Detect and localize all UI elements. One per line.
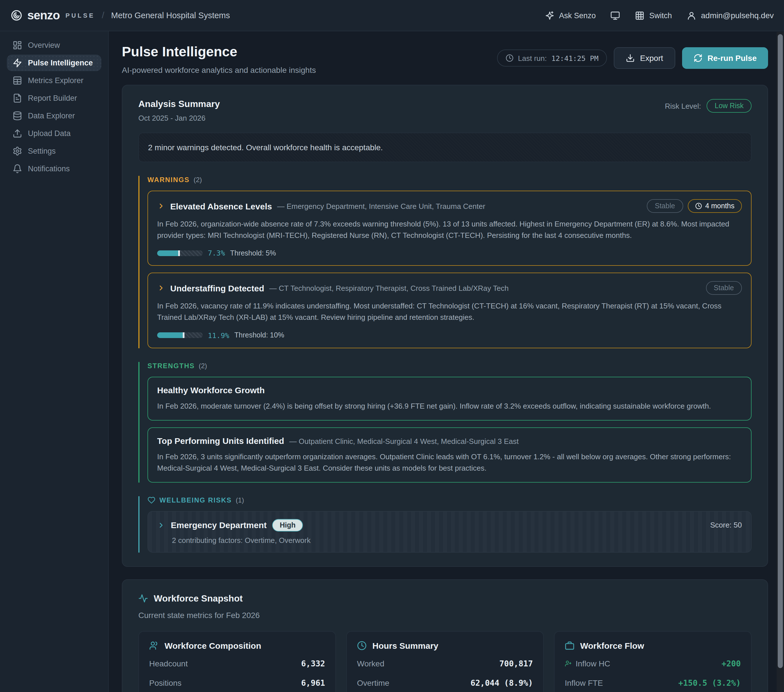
warnings-label: WARNINGS (147, 176, 189, 184)
warning-title: Understaffing Detected (170, 283, 264, 293)
sidebar: Overview Pulse Intelligence Metrics Expl… (0, 31, 109, 692)
wellbeing-count: (1) (236, 496, 244, 504)
senzo-logo-icon (10, 9, 23, 21)
analysis-summary-text: 2 minor warnings detected. Overall workf… (138, 133, 751, 162)
brand-name: senzo (27, 8, 60, 22)
chevron-right-icon (157, 521, 165, 529)
sidebar-item-metrics-explorer[interactable]: Metrics Explorer (7, 72, 101, 89)
refresh-icon (693, 54, 702, 62)
threshold-label: Threshold: 10% (234, 331, 284, 339)
ask-senzo-button[interactable]: Ask Senzo (545, 10, 596, 20)
metric-card-title: Workforce Flow (580, 641, 644, 651)
sidebar-item-upload-data[interactable]: Upload Data (7, 125, 101, 142)
brand[interactable]: senzo PULSE (10, 8, 95, 22)
severity-badge: High (272, 519, 303, 531)
scrollbar-thumb[interactable] (778, 34, 783, 668)
last-run-time: 12:41:25 PM (552, 54, 599, 62)
hours-summary-card: Hours Summary Worked700,817 Overtime62,0… (346, 631, 544, 692)
strength-card[interactable]: Top Performing Units Identified — Outpat… (147, 427, 751, 483)
sidebar-item-label: Metrics Explorer (28, 76, 83, 85)
metric-card-title: Workforce Composition (165, 641, 261, 651)
snapshot-title: Workforce Snapshot (154, 593, 242, 604)
warning-card[interactable]: Elevated Absence Levels — Emergency Depa… (147, 191, 751, 266)
user-email: admin@pulsehq.dev (701, 11, 774, 20)
wellbeing-factors: 2 contributing factors: Overtime, Overwo… (172, 536, 742, 545)
threshold-bar (157, 250, 203, 256)
switch-label: Switch (649, 11, 672, 20)
metric-row: Inflow FTE+150.5 (3.2%) (565, 673, 741, 692)
sidebar-item-label: Settings (28, 147, 56, 155)
clock-icon (695, 202, 702, 209)
switch-app-button[interactable]: Switch (635, 10, 672, 20)
strength-title: Healthy Workforce Growth (157, 385, 265, 394)
gear-icon (13, 146, 22, 156)
rerun-pulse-button[interactable]: Re-run Pulse (682, 47, 768, 69)
warning-scope: — CT Technologist, Respiratory Therapist… (269, 284, 509, 293)
sidebar-item-label: Upload Data (28, 129, 71, 138)
sidebar-item-pulse-intelligence[interactable]: Pulse Intelligence (7, 54, 101, 71)
user-menu[interactable]: admin@pulsehq.dev (687, 10, 774, 20)
wellbeing-card[interactable]: Emergency Department High Score: 50 2 co… (147, 511, 751, 552)
analysis-title: Analysis Summary (138, 99, 220, 109)
breadcrumb-separator: / (102, 10, 104, 20)
top-bar: senzo PULSE / Metro General Hospital Sys… (0, 0, 784, 31)
warning-description: In Feb 2026, organization-wide absence r… (157, 219, 742, 242)
workforce-flow-card: Workforce Flow Inflow HC+200 Inflow FTE+… (554, 631, 751, 692)
wellbeing-unit: Emergency Department (171, 520, 267, 530)
analysis-summary-panel: Analysis Summary Oct 2025 - Jan 2026 Ris… (122, 85, 768, 567)
warning-title: Elevated Absence Levels (170, 201, 272, 211)
document-icon (13, 93, 22, 103)
clock-icon (506, 54, 514, 62)
sidebar-item-overview[interactable]: Overview (7, 37, 101, 54)
metric-row: Worked700,817 (357, 654, 533, 673)
wellbeing-score: Score: 50 (710, 521, 742, 529)
workforce-snapshot-panel: Workforce Snapshot Current state metrics… (122, 579, 768, 692)
risk-level-badge: Low Risk (707, 99, 751, 113)
trend-badge: Stable (647, 199, 683, 213)
metric-value: 11.9% (208, 331, 229, 339)
export-label: Export (640, 54, 663, 62)
sidebar-item-label: Pulse Intelligence (28, 59, 93, 67)
sidebar-item-label: Overview (28, 41, 60, 49)
metric-row: Headcount6,332 (149, 654, 325, 673)
warning-scope: — Emergency Department, Intensive Care U… (277, 202, 485, 210)
strength-card[interactable]: Healthy Workforce Growth In Feb 2026, mo… (147, 376, 751, 420)
dashboard-icon (13, 40, 22, 50)
sidebar-item-report-builder[interactable]: Report Builder (7, 90, 101, 107)
sidebar-item-settings[interactable]: Settings (7, 143, 101, 159)
export-button[interactable]: Export (614, 47, 675, 69)
warnings-section: WARNINGS (2) Elevated Absence Levels — E… (138, 176, 751, 348)
rerun-label: Re-run Pulse (707, 54, 757, 62)
page-subtitle: AI-powered workforce analytics and actio… (122, 66, 316, 74)
metric-row: Inflow HC+200 (565, 654, 741, 673)
workforce-composition-card: Workforce Composition Headcount6,332 Pos… (138, 631, 336, 692)
brand-sub: PULSE (66, 12, 95, 19)
metric-card-title: Hours Summary (372, 641, 438, 651)
bell-icon (13, 164, 22, 174)
database-icon (13, 111, 22, 121)
page-title: Pulse Intelligence (122, 44, 316, 60)
user-icon (687, 10, 696, 20)
threshold-bar (157, 332, 203, 338)
analysis-period: Oct 2025 - Jan 2026 (138, 114, 220, 122)
chevron-right-icon (157, 284, 165, 292)
sparkles-icon (545, 10, 555, 20)
metric-row: Overtime62,044 (8.9%) (357, 673, 533, 692)
chevron-right-icon (157, 202, 165, 210)
warning-card[interactable]: Understaffing Detected — CT Technologist… (147, 273, 751, 348)
app-window: senzo PULSE / Metro General Hospital Sys… (0, 0, 784, 692)
table-icon (13, 76, 22, 85)
activity-icon (138, 594, 148, 603)
grid-icon (635, 10, 645, 20)
users-icon (149, 641, 159, 651)
display-mode-button[interactable] (611, 10, 620, 20)
briefcase-icon (565, 641, 575, 651)
sidebar-item-notifications[interactable]: Notifications (7, 161, 101, 177)
user-plus-icon (565, 660, 572, 667)
sidebar-item-data-explorer[interactable]: Data Explorer (7, 108, 101, 124)
strength-description: In Feb 2026, 3 units significantly outpe… (157, 451, 742, 474)
clock-icon (357, 641, 367, 651)
wellbeing-label: WELLBEING RISKS (160, 496, 232, 504)
snapshot-subtitle: Current state metrics for Feb 2026 (138, 611, 751, 620)
scrollbar[interactable] (777, 32, 784, 692)
